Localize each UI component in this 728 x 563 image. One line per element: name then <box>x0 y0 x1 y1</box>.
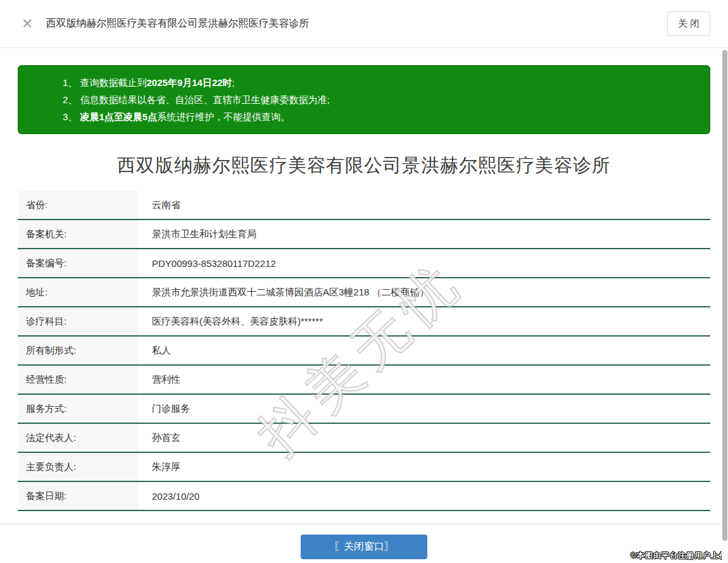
table-row: 诊疗科目:医疗美容科(美容外科、美容皮肤科)****** <box>18 307 710 337</box>
page-title: 西双版纳赫尔熙医疗美容有限公司景洪赫尔熙医疗美容诊所 <box>18 153 710 178</box>
field-label: 经营性质: <box>18 366 138 393</box>
table-row: 经营性质:营利性 <box>18 366 710 395</box>
close-icon[interactable]: ✕ <box>22 17 33 31</box>
field-value: 景洪市允景洪街道西双十二城茶博园酒店A区3幢218 （二楼商铺） <box>138 278 710 306</box>
field-label: 备案日期: <box>18 482 138 510</box>
field-value: 朱淳厚 <box>138 453 710 481</box>
field-label: 省份: <box>18 191 138 219</box>
field-label: 备案机关: <box>18 220 138 248</box>
field-value: 景洪市卫生和计划生育局 <box>138 220 710 248</box>
field-label: 法定代表人: <box>18 424 138 452</box>
field-label: 诊疗科目: <box>18 307 138 335</box>
field-value: 2023/10/20 <box>138 482 710 510</box>
table-row: 主要负责人:朱淳厚 <box>18 453 710 482</box>
table-row: 备案机关:景洪市卫生和计划生育局 <box>18 220 710 249</box>
notice-banner: 1、 查询数据截止到2025年9月14日22时;2、 信息数据结果以各省、自治区… <box>18 65 710 134</box>
table-row: 法定代表人:孙首玄 <box>18 424 710 453</box>
topbar: ✕ 西双版纳赫尔熙医疗美容有限公司景洪赫尔熙医疗美容诊所 关 闭 <box>0 0 728 48</box>
field-label: 地址: <box>18 278 138 306</box>
notice-line: 3、 凌晨1点至凌晨5点系统进行维护，不能提供查询。 <box>63 108 697 125</box>
notice-line: 2、 信息数据结果以各省、自治区、直辖市卫生健康委数据为准; <box>63 91 697 108</box>
notice-list: 1、 查询数据截止到2025年9月14日22时;2、 信息数据结果以各省、自治区… <box>63 74 697 125</box>
field-value: 营利性 <box>138 366 710 393</box>
scrollbar-thumb[interactable] <box>722 50 727 541</box>
table-row: 地址:景洪市允景洪街道西双十二城茶博园酒店A区3幢218 （二楼商铺） <box>18 278 710 307</box>
field-label: 主要负责人: <box>18 453 138 481</box>
close-window-button[interactable]: 〖关闭窗口〗 <box>301 535 427 559</box>
button-row: 〖关闭窗口〗 <box>0 535 728 559</box>
table-row: 服务方式:门诊服务 <box>18 395 710 424</box>
field-label: 服务方式: <box>18 395 138 423</box>
field-value: 孙首玄 <box>138 424 710 452</box>
field-label: 所有制形式: <box>18 337 138 364</box>
window-title: 西双版纳赫尔熙医疗美容有限公司景洪赫尔熙医疗美容诊所 <box>46 17 309 30</box>
record-table: 省份:云南省备案机关:景洪市卫生和计划生育局备案编号:PDY00993-8532… <box>18 191 710 511</box>
scrollbar[interactable] <box>722 49 728 563</box>
field-value: PDY00993-853280117D2212 <box>138 249 710 277</box>
divider <box>0 524 728 524</box>
copyright-watermark: ©本图由平台注册用户上传 <box>631 550 727 561</box>
notice-line: 1、 查询数据截止到2025年9月14日22时; <box>63 74 697 91</box>
field-value: 私人 <box>138 337 710 364</box>
table-row: 备案编号:PDY00993-853280117D2212 <box>18 249 710 278</box>
table-row: 省份:云南省 <box>18 191 710 220</box>
close-button[interactable]: 关 闭 <box>667 11 710 36</box>
field-value: 医疗美容科(美容外科、美容皮肤科)****** <box>138 307 710 335</box>
table-row: 备案日期:2023/10/20 <box>18 482 710 511</box>
table-row: 所有制形式:私人 <box>18 337 710 366</box>
field-value: 云南省 <box>138 191 710 219</box>
field-value: 门诊服务 <box>138 395 710 423</box>
field-label: 备案编号: <box>18 249 138 277</box>
content-area: 1、 查询数据截止到2025年9月14日22时;2、 信息数据结果以各省、自治区… <box>0 65 728 511</box>
